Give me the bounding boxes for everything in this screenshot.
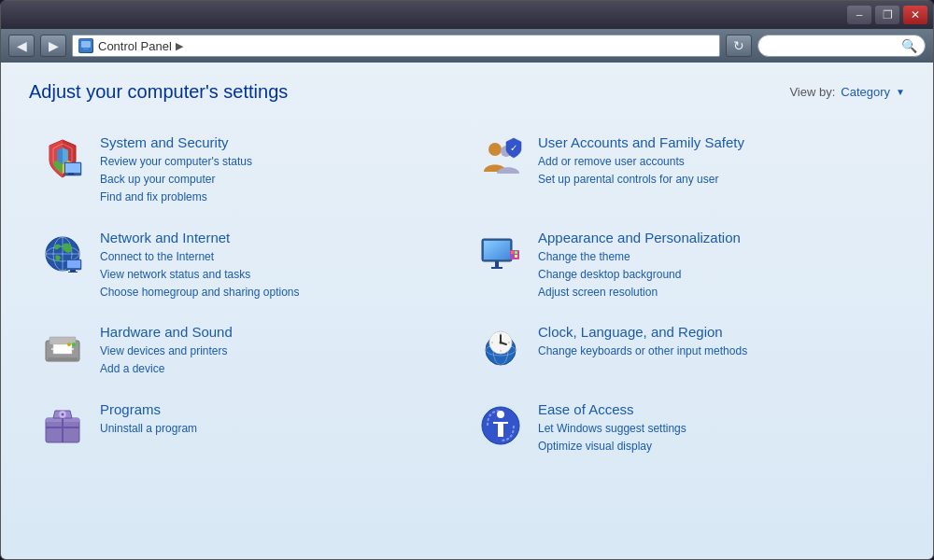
- programs-link-1[interactable]: Uninstall a program: [100, 420, 458, 438]
- back-button[interactable]: ◀: [8, 35, 35, 57]
- network-internet-content: Network and Internet Connect to the Inte…: [100, 230, 458, 302]
- close-button[interactable]: ✕: [903, 6, 927, 24]
- window-controls: – ❐ ✕: [847, 6, 927, 24]
- network-internet-icon: [38, 230, 87, 278]
- view-by-control: View by: Category ▼: [789, 85, 905, 99]
- svg-rect-18: [70, 270, 76, 272]
- page-title: Adjust your computer's settings: [29, 81, 288, 103]
- back-icon: ◀: [17, 38, 27, 53]
- system-security-title[interactable]: System and Security: [100, 134, 458, 150]
- address-bar-icon: [78, 38, 93, 53]
- view-by-label: View by:: [789, 85, 835, 99]
- user-accounts-icon: ✓: [476, 134, 525, 183]
- category-hardware-sound: Hardware and Sound View devices and prin…: [29, 315, 467, 391]
- forward-button[interactable]: ▶: [40, 35, 66, 57]
- svg-rect-36: [48, 357, 78, 361]
- hardware-sound-link-2[interactable]: Add a device: [100, 360, 458, 378]
- title-bar: – ❐ ✕: [1, 1, 933, 29]
- user-accounts-link-1[interactable]: Add or remove user accounts: [538, 153, 896, 171]
- search-input[interactable]: [766, 39, 901, 52]
- svg-rect-19: [68, 272, 78, 273]
- appearance-icon: [476, 230, 525, 278]
- programs-content: Programs Uninstall a program: [100, 401, 458, 438]
- svg-text:✓: ✓: [510, 143, 517, 153]
- page-header: Adjust your computer's settings View by:…: [29, 81, 905, 103]
- svg-rect-3: [82, 49, 90, 50]
- refresh-icon: ↻: [733, 38, 744, 53]
- system-security-link-2[interactable]: Back up your computer: [100, 171, 458, 189]
- category-network-internet: Network and Internet Connect to the Inte…: [29, 220, 467, 315]
- svg-rect-31: [50, 337, 76, 344]
- main-content: Adjust your computer's settings View by:…: [1, 63, 933, 559]
- category-system-security: System and Security Review your computer…: [29, 125, 467, 220]
- clock-language-link-1[interactable]: Change keyboards or other input methods: [538, 343, 896, 360]
- category-ease-of-access: Ease of Access Let Windows suggest setti…: [467, 392, 905, 469]
- svg-rect-23: [495, 261, 499, 267]
- user-accounts-content: User Accounts and Family Safety Add or r…: [538, 134, 896, 189]
- address-field[interactable]: Control Panel ▶: [72, 35, 720, 57]
- network-internet-link-1[interactable]: Connect to the Internet: [100, 248, 458, 266]
- network-internet-link-2[interactable]: View network status and tasks: [100, 266, 458, 284]
- svg-rect-24: [491, 267, 502, 269]
- hardware-sound-icon: [38, 324, 87, 372]
- category-clock-language: Clock, Language, and Region Change keybo…: [467, 315, 905, 391]
- main-window: – ❐ ✕ ◀ ▶ Contr: [0, 0, 934, 560]
- programs-icon: [38, 401, 87, 450]
- svg-point-35: [67, 343, 71, 346]
- hardware-sound-title[interactable]: Hardware and Sound: [100, 324, 458, 340]
- svg-point-34: [72, 343, 76, 346]
- refresh-button[interactable]: ↻: [726, 35, 752, 57]
- view-by-value[interactable]: Category: [841, 85, 890, 99]
- svg-rect-1: [81, 41, 91, 48]
- ease-of-access-icon: [476, 401, 525, 450]
- user-accounts-link-2[interactable]: Set up parental controls for any user: [538, 171, 896, 189]
- user-accounts-title[interactable]: User Accounts and Family Safety: [538, 134, 896, 150]
- svg-rect-22: [484, 241, 510, 259]
- svg-rect-7: [66, 175, 76, 175]
- svg-rect-5: [65, 163, 80, 173]
- system-security-link-3[interactable]: Find and fix problems: [100, 189, 458, 206]
- clock-language-title[interactable]: Clock, Language, and Region: [538, 324, 896, 340]
- network-internet-title[interactable]: Network and Internet: [100, 230, 458, 245]
- category-appearance: Appearance and Personalization Change th…: [467, 220, 905, 315]
- minimize-button[interactable]: –: [847, 6, 871, 24]
- svg-point-56: [497, 411, 504, 418]
- restore-button[interactable]: ❐: [875, 6, 899, 24]
- system-security-link-1[interactable]: Review your computer's status: [100, 153, 458, 171]
- svg-rect-26: [511, 251, 514, 254]
- address-text: Control Panel: [98, 39, 172, 53]
- clock-language-icon: [476, 324, 525, 372]
- search-box[interactable]: 🔍: [757, 35, 926, 57]
- programs-title[interactable]: Programs: [100, 401, 458, 417]
- svg-rect-27: [515, 251, 517, 254]
- ease-of-access-title[interactable]: Ease of Access: [538, 401, 896, 417]
- ease-of-access-link-1[interactable]: Let Windows suggest settings: [538, 420, 896, 438]
- appearance-content: Appearance and Personalization Change th…: [538, 230, 896, 302]
- appearance-link-2[interactable]: Change desktop background: [538, 266, 896, 284]
- appearance-link-1[interactable]: Change the theme: [538, 248, 896, 266]
- system-security-icon: [38, 134, 87, 183]
- svg-rect-17: [67, 260, 80, 268]
- forward-icon: ▶: [49, 38, 59, 53]
- svg-point-54: [62, 413, 64, 415]
- ease-of-access-content: Ease of Access Let Windows suggest setti…: [538, 401, 896, 455]
- search-icon: 🔍: [901, 38, 917, 53]
- hardware-sound-content: Hardware and Sound View devices and prin…: [100, 324, 458, 378]
- address-bar: ◀ ▶ Control Panel ▶ ↻ 🔍: [1, 29, 933, 63]
- network-internet-link-3[interactable]: Choose homegroup and sharing options: [100, 284, 458, 301]
- appearance-link-3[interactable]: Adjust screen resolution: [538, 284, 896, 301]
- ease-of-access-link-2[interactable]: Optimize visual display: [538, 438, 896, 455]
- category-programs: Programs Uninstall a program: [29, 392, 467, 469]
- address-breadcrumb-arrow: ▶: [176, 40, 183, 52]
- clock-language-content: Clock, Language, and Region Change keybo…: [538, 324, 896, 360]
- svg-point-44: [500, 342, 502, 344]
- system-security-content: System and Security Review your computer…: [100, 134, 458, 207]
- categories-grid: System and Security Review your computer…: [29, 125, 905, 469]
- appearance-title[interactable]: Appearance and Personalization: [538, 230, 896, 245]
- hardware-sound-link-1[interactable]: View devices and printers: [100, 343, 458, 360]
- svg-rect-29: [515, 255, 517, 258]
- category-user-accounts: ✓ User Accounts and Family Safety Add or…: [467, 125, 905, 220]
- svg-rect-28: [511, 255, 514, 258]
- svg-point-8: [488, 143, 502, 156]
- chevron-down-icon: ▼: [896, 87, 905, 97]
